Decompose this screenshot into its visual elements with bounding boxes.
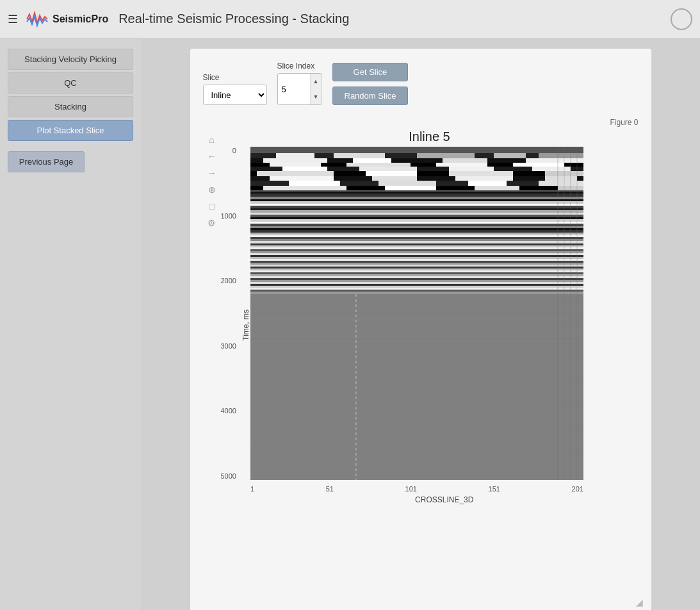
- settings-icon[interactable]: ⚙: [204, 215, 220, 231]
- svg-rect-41: [475, 186, 519, 190]
- svg-rect-65: [250, 239, 583, 241]
- y-axis-label: Time, ms: [239, 147, 250, 504]
- sidebar-item-stacking[interactable]: Stacking: [8, 96, 133, 117]
- svg-rect-52: [250, 210, 583, 213]
- app-title: Real-time Seismic Processing - Stacking: [118, 12, 671, 26]
- x-ticks: 1 51 101 151 201: [250, 482, 583, 493]
- slice-index-wrapper: ▲ ▼: [277, 73, 322, 105]
- svg-rect-59: [250, 226, 583, 228]
- sidebar-item-plot-stacked-slice[interactable]: Plot Stacked Slice: [8, 120, 133, 141]
- figure-label: Figure 0: [203, 118, 639, 127]
- y-tick-4000: 4000: [221, 407, 236, 415]
- svg-rect-31: [455, 176, 513, 181]
- x-tick-201: 201: [572, 485, 583, 493]
- svg-rect-85: [250, 278, 583, 280]
- logo-icon: [26, 8, 49, 31]
- svg-rect-45: [250, 194, 583, 197]
- svg-rect-79: [250, 267, 583, 268]
- main-content: Slice Inline Crossline Time Slice Index …: [141, 38, 700, 610]
- sidebar-item-qc[interactable]: QC: [8, 72, 133, 94]
- svg-rect-74: [250, 257, 583, 259]
- slice-label: Slice: [203, 73, 267, 82]
- y-ticks: 0 1000 2000 3000 4000 5000: [221, 147, 239, 480]
- svg-rect-78: [250, 265, 583, 267]
- spinner-up[interactable]: ▲: [311, 74, 322, 89]
- svg-rect-4: [334, 153, 385, 158]
- svg-rect-32: [545, 176, 577, 181]
- slice-select[interactable]: Inline Crossline Time: [203, 85, 267, 105]
- svg-rect-24: [257, 171, 334, 176]
- plot-title: Inline 5: [221, 129, 639, 144]
- y-tick-1000: 1000: [221, 212, 236, 220]
- svg-rect-12: [526, 158, 583, 163]
- slice-index-label: Slice Index: [277, 62, 322, 70]
- y-tick-2000: 2000: [221, 277, 236, 284]
- svg-rect-14: [270, 163, 321, 167]
- svg-rect-54: [250, 215, 583, 217]
- svg-rect-10: [353, 158, 391, 163]
- y-tick-0: 0: [232, 147, 236, 154]
- svg-rect-51: [250, 208, 583, 210]
- svg-rect-71: [250, 251, 583, 253]
- previous-page-button[interactable]: Previous Page: [8, 151, 85, 172]
- x-axis-label: CROSSLINE_3D: [250, 495, 639, 504]
- svg-rect-62: [250, 233, 583, 235]
- y-tick-5000: 5000: [221, 472, 236, 480]
- svg-rect-66: [250, 241, 583, 243]
- random-slice-button[interactable]: Random Slice: [332, 87, 409, 105]
- svg-rect-16: [436, 163, 487, 167]
- svg-rect-47: [250, 199, 583, 201]
- svg-rect-55: [250, 217, 583, 219]
- svg-rect-63: [250, 235, 583, 237]
- svg-rect-57: [250, 222, 583, 224]
- x-tick-101: 101: [405, 485, 417, 493]
- x-tick-1: 1: [250, 485, 254, 493]
- user-avatar[interactable]: [671, 8, 692, 30]
- x-tick-51: 51: [326, 485, 334, 493]
- svg-rect-50: [250, 206, 583, 208]
- svg-rect-15: [346, 163, 411, 167]
- svg-rect-89: [250, 286, 583, 288]
- svg-rect-6: [494, 153, 526, 158]
- action-buttons: Get Slice Random Slice: [332, 63, 409, 105]
- menu-icon[interactable]: ☰: [8, 12, 18, 26]
- svg-rect-19: [282, 167, 327, 171]
- sidebar-item-stacking-velocity-picking[interactable]: Stacking Velocity Picking: [8, 49, 133, 70]
- svg-rect-86: [250, 280, 583, 282]
- svg-rect-76: [250, 261, 583, 263]
- resize-handle[interactable]: ◢: [636, 597, 646, 607]
- get-slice-button[interactable]: Get Slice: [332, 63, 409, 81]
- svg-rect-90: [250, 288, 583, 290]
- svg-rect-70: [250, 249, 583, 251]
- logo-text: SeismicPro: [53, 13, 108, 25]
- svg-rect-53: [250, 213, 583, 215]
- svg-rect-69: [250, 247, 583, 249]
- zoom-icon[interactable]: ⊕: [204, 182, 220, 197]
- spinner-down[interactable]: ▼: [311, 89, 322, 104]
- svg-rect-91: [250, 290, 583, 292]
- chart-wrapper: 0 1000 2000 3000 4000 5000 Time, ms: [221, 147, 639, 504]
- svg-rect-29: [270, 176, 334, 181]
- x-tick-151: 151: [489, 485, 500, 493]
- plot-container: ⌂ ← → ⊕ □ ⚙ Inline 5 0 1000 2000: [203, 129, 639, 504]
- svg-rect-93: [250, 294, 583, 480]
- seismic-plot: [250, 147, 583, 480]
- svg-rect-82: [250, 272, 583, 274]
- main-layout: Stacking Velocity Picking QC Stacking Pl…: [0, 38, 700, 610]
- back-icon[interactable]: ←: [204, 149, 220, 164]
- svg-rect-5: [417, 153, 475, 158]
- home-icon[interactable]: ⌂: [204, 132, 220, 147]
- svg-rect-80: [250, 268, 583, 270]
- svg-rect-36: [468, 181, 507, 186]
- slice-index-input[interactable]: [278, 74, 310, 104]
- forward-icon[interactable]: →: [204, 165, 220, 181]
- svg-rect-88: [250, 284, 583, 286]
- svg-rect-21: [449, 167, 494, 171]
- svg-rect-46: [250, 197, 583, 199]
- svg-rect-26: [449, 171, 513, 176]
- svg-rect-61: [250, 230, 583, 233]
- svg-rect-34: [289, 181, 340, 186]
- svg-rect-35: [378, 181, 436, 186]
- svg-rect-11: [443, 158, 487, 163]
- rect-icon[interactable]: □: [204, 199, 220, 214]
